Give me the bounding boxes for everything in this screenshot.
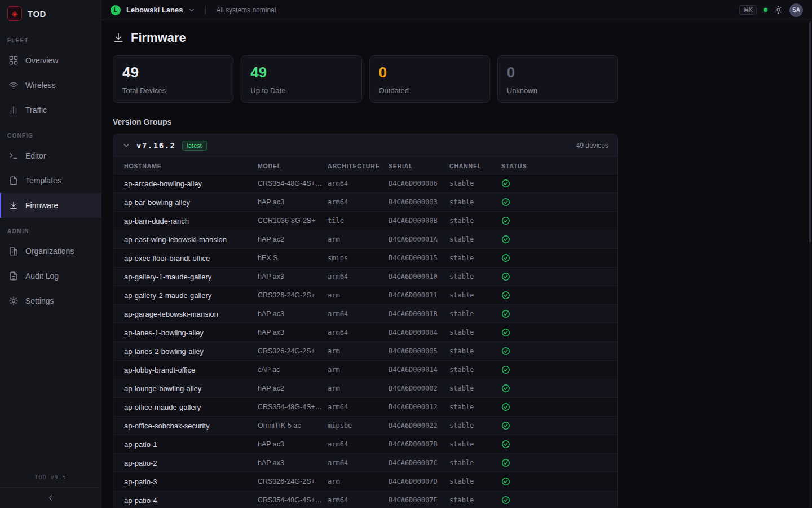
user-avatar[interactable]: SA xyxy=(789,3,803,17)
sidebar-item-firmware[interactable]: Firmware xyxy=(0,193,101,218)
cell-model: OmniTIK 5 ac xyxy=(258,417,328,435)
sidebar-collapse-button[interactable] xyxy=(0,487,101,508)
sidebar-item-editor[interactable]: Editor xyxy=(0,143,101,168)
status-ok-icon xyxy=(501,272,510,281)
app-logo-icon: ◈ xyxy=(7,6,22,21)
cell-status xyxy=(501,193,617,212)
expand-chevron-icon[interactable] xyxy=(122,142,130,150)
cell-model: hAP ac3 xyxy=(258,193,328,212)
status-ok-icon xyxy=(501,384,510,393)
org-avatar: L xyxy=(111,5,121,15)
device-row[interactable]: ap-east-wing-lebowski-mansionhAP ac2armD… xyxy=(113,230,617,249)
sidebar-item-label: Firmware xyxy=(25,201,58,210)
gear-icon xyxy=(8,296,19,306)
cell-channel: stable xyxy=(449,212,501,230)
cell-status xyxy=(501,268,617,286)
device-row[interactable]: ap-patio-2hAP ax3arm64D4CA6D00007Cstable xyxy=(113,454,617,472)
cell-channel: stable xyxy=(449,342,501,361)
sidebar-item-organizations[interactable]: Organizations xyxy=(0,239,101,264)
cell-model: hAP ac3 xyxy=(258,305,328,323)
device-row[interactable]: ap-lounge-bowling-alleyhAP ac2armD4CA6D0… xyxy=(113,379,617,398)
device-row[interactable]: ap-garage-lebowski-mansionhAP ac3arm64D4… xyxy=(113,305,617,323)
page-content: Firmware 49 Total Devices 49 Up to Date … xyxy=(102,20,812,508)
status-ok-icon xyxy=(501,291,510,300)
cell-status xyxy=(501,435,617,454)
cell-architecture: arm64 xyxy=(328,491,389,508)
sidebar-item-traffic[interactable]: Traffic xyxy=(0,98,101,122)
firmware-download-icon xyxy=(113,32,124,43)
device-row[interactable]: ap-gallery-2-maude-galleryCRS326-24G-2S+… xyxy=(113,286,617,305)
cell-hostname: ap-office-sobchak-security xyxy=(113,417,258,435)
cell-architecture: arm xyxy=(328,361,389,379)
sidebar-item-label: Audit Log xyxy=(25,271,59,281)
cell-model: CRS354-48G-4S+… xyxy=(258,174,328,193)
device-row[interactable]: ap-office-maude-galleryCRS354-48G-4S+…ar… xyxy=(113,398,617,417)
column-header-model: MODEL xyxy=(258,157,328,174)
cell-channel: stable xyxy=(449,249,501,268)
sidebar-item-wireless[interactable]: Wireless xyxy=(0,73,101,98)
device-row[interactable]: ap-lanes-1-bowling-alleyhAP ax3arm64D4CA… xyxy=(113,323,617,342)
cell-model: hAP ax3 xyxy=(258,323,328,342)
building-icon xyxy=(8,246,19,256)
scrollbar[interactable] xyxy=(809,21,811,507)
cell-architecture: arm64 xyxy=(328,193,389,212)
device-row[interactable]: ap-lobby-brandt-officecAP acarmD4CA6D000… xyxy=(113,361,617,379)
device-row[interactable]: ap-office-sobchak-securityOmniTIK 5 acmi… xyxy=(113,417,617,435)
cell-model: CRS354-48G-4S+… xyxy=(258,491,328,508)
status-ok-icon xyxy=(501,198,510,207)
sidebar-item-overview[interactable]: Overview xyxy=(0,48,101,73)
device-row[interactable]: ap-gallery-1-maude-galleryhAP ax3arm64D4… xyxy=(113,268,617,286)
status-ok-icon xyxy=(501,477,510,486)
cell-status xyxy=(501,323,617,342)
status-ok-icon xyxy=(501,421,510,430)
cell-channel: stable xyxy=(449,230,501,249)
scrollbar-thumb[interactable] xyxy=(809,22,811,242)
device-row[interactable]: ap-patio-3CRS326-24G-2S+armD4CA6D00007Ds… xyxy=(113,472,617,491)
firmware-version: v7.16.2 xyxy=(136,141,176,150)
device-row[interactable]: ap-patio-4CRS354-48G-4S+…arm64D4CA6D0000… xyxy=(113,491,617,508)
topbar: L Lebowski Lanes All systems nominal ⌘K … xyxy=(102,0,812,20)
cell-architecture: arm64 xyxy=(328,398,389,417)
system-status-text: All systems nominal xyxy=(216,6,276,14)
sidebar-item-label: Editor xyxy=(25,151,46,160)
cell-channel: stable xyxy=(449,435,501,454)
sidebar-item-label: Traffic xyxy=(25,106,47,115)
version-group-header[interactable]: v7.16.2 latest 49 devices xyxy=(113,134,617,157)
sidebar-item-templates[interactable]: Templates xyxy=(0,168,101,193)
sidebar-section-config: CONFIG xyxy=(0,122,101,143)
device-row[interactable]: ap-exec-floor-brandt-officehEX SsmipsD4C… xyxy=(113,249,617,268)
cell-architecture: arm xyxy=(328,230,389,249)
cell-channel: stable xyxy=(449,323,501,342)
stat-card-up-to-date: 49 Up to Date xyxy=(241,55,361,103)
sidebar-item-settings[interactable]: Settings xyxy=(0,288,101,313)
cell-hostname: ap-lobby-brandt-office xyxy=(113,361,258,379)
cell-model: hAP ac2 xyxy=(258,230,328,249)
device-row[interactable]: ap-lanes-2-bowling-alleyCRS326-24G-2S+ar… xyxy=(113,342,617,361)
cell-hostname: ap-east-wing-lebowski-mansion xyxy=(113,230,258,249)
org-selector[interactable]: Lebowski Lanes xyxy=(126,6,183,14)
device-row[interactable]: ap-patio-1hAP ac3arm64D4CA6D00007Bstable xyxy=(113,435,617,454)
chevron-down-icon[interactable] xyxy=(188,7,195,14)
status-ok-icon xyxy=(501,253,510,262)
cell-channel: stable xyxy=(449,361,501,379)
device-row[interactable]: ap-arcade-bowling-alleyCRS354-48G-4S+…ar… xyxy=(113,174,617,193)
section-title-version-groups: Version Groups xyxy=(113,117,801,126)
device-table: HOSTNAME MODEL ARCHITECTURE SERIAL CHANN… xyxy=(113,157,617,508)
cell-model: CRS326-24G-2S+ xyxy=(258,472,328,491)
cell-serial: D4CA6D000006 xyxy=(389,174,449,193)
app-version: TOD v9.5 xyxy=(0,474,101,487)
cell-hostname: ap-lanes-2-bowling-alley xyxy=(113,342,258,361)
cell-serial: D4CA6D00000B xyxy=(389,212,449,230)
sidebar: ◈ TOD FLEET Overview Wireless Traffic CO… xyxy=(0,0,102,508)
command-palette-shortcut[interactable]: ⌘K xyxy=(739,5,757,15)
cell-architecture: smips xyxy=(328,249,389,268)
cell-channel: stable xyxy=(449,268,501,286)
sidebar-item-audit-log[interactable]: Audit Log xyxy=(0,264,101,288)
cell-status xyxy=(501,398,617,417)
page-title: Firmware xyxy=(131,30,186,45)
device-row[interactable]: ap-bar-bowling-alleyhAP ac3arm64D4CA6D00… xyxy=(113,193,617,212)
device-row[interactable]: ap-barn-dude-ranchCCR1036-8G-2S+tileD4CA… xyxy=(113,212,617,230)
status-ok-icon xyxy=(501,496,510,505)
theme-toggle-sun-icon[interactable] xyxy=(774,6,783,14)
cell-hostname: ap-patio-3 xyxy=(113,472,258,491)
